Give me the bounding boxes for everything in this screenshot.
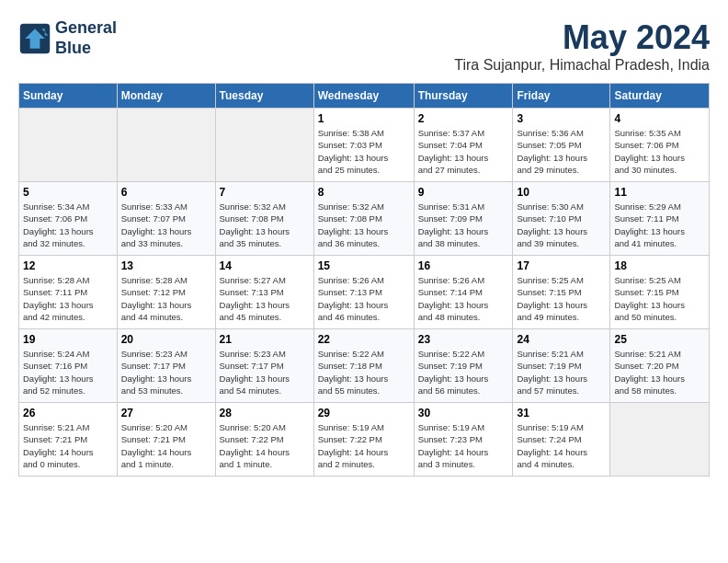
calendar-cell: 3Sunrise: 5:36 AM Sunset: 7:05 PM Daylig… [513,109,610,182]
logo-icon [18,22,51,55]
calendar-cell: 9Sunrise: 5:31 AM Sunset: 7:09 PM Daylig… [414,182,513,256]
day-info: Sunrise: 5:26 AM Sunset: 7:14 PM Dayligh… [418,274,509,323]
day-number: 7 [220,186,310,199]
day-number: 22 [318,333,410,346]
day-number: 28 [220,407,310,419]
calendar-cell: 28Sunrise: 5:20 AM Sunset: 7:22 PM Dayli… [215,403,313,477]
day-number: 25 [614,333,705,346]
calendar-cell: 13Sunrise: 5:28 AM Sunset: 7:12 PM Dayli… [117,256,215,329]
calendar-cell: 22Sunrise: 5:22 AM Sunset: 7:18 PM Dayli… [313,329,414,403]
day-number: 9 [418,186,509,199]
calendar-cell: 19Sunrise: 5:24 AM Sunset: 7:16 PM Dayli… [19,329,118,403]
calendar-cell: 5Sunrise: 5:34 AM Sunset: 7:06 PM Daylig… [19,182,118,256]
day-number: 29 [318,407,410,419]
calendar-cell: 16Sunrise: 5:26 AM Sunset: 7:14 PM Dayli… [414,256,513,329]
calendar-cell: 12Sunrise: 5:28 AM Sunset: 7:11 PM Dayli… [19,256,118,329]
day-number: 10 [517,186,606,199]
day-info: Sunrise: 5:21 AM Sunset: 7:19 PM Dayligh… [517,348,606,396]
day-number: 11 [614,186,705,199]
calendar-week-row: 19Sunrise: 5:24 AM Sunset: 7:16 PM Dayli… [19,329,710,403]
month-title: May 2024 [454,18,710,57]
title-area: May 2024 Tira Sujanpur, Himachal Pradesh… [454,18,710,74]
weekday-header: Monday [117,84,215,109]
day-info: Sunrise: 5:19 AM Sunset: 7:24 PM Dayligh… [517,421,606,470]
day-info: Sunrise: 5:20 AM Sunset: 7:21 PM Dayligh… [121,421,211,470]
calendar-cell: 23Sunrise: 5:22 AM Sunset: 7:19 PM Dayli… [414,329,513,403]
weekday-header: Friday [513,84,610,109]
calendar-cell: 10Sunrise: 5:30 AM Sunset: 7:10 PM Dayli… [513,182,610,256]
day-number: 30 [418,407,509,419]
logo-text: General Blue [55,18,117,58]
calendar-cell: 2Sunrise: 5:37 AM Sunset: 7:04 PM Daylig… [414,109,513,182]
day-info: Sunrise: 5:32 AM Sunset: 7:08 PM Dayligh… [318,201,410,249]
calendar-cell: 27Sunrise: 5:20 AM Sunset: 7:21 PM Dayli… [117,403,215,477]
calendar-cell: 11Sunrise: 5:29 AM Sunset: 7:11 PM Dayli… [610,182,710,256]
day-number: 6 [121,186,211,199]
day-number: 3 [517,112,606,125]
day-info: Sunrise: 5:21 AM Sunset: 7:21 PM Dayligh… [23,421,113,470]
day-info: Sunrise: 5:26 AM Sunset: 7:13 PM Dayligh… [318,274,410,323]
day-number: 31 [517,407,606,419]
calendar-body: 1Sunrise: 5:38 AM Sunset: 7:03 PM Daylig… [19,109,710,477]
day-info: Sunrise: 5:23 AM Sunset: 7:17 PM Dayligh… [121,348,211,396]
weekday-header: Saturday [610,84,710,109]
day-number: 19 [23,333,113,346]
day-number: 18 [614,259,705,272]
day-info: Sunrise: 5:19 AM Sunset: 7:22 PM Dayligh… [318,421,410,470]
day-number: 2 [418,112,509,125]
calendar-cell: 15Sunrise: 5:26 AM Sunset: 7:13 PM Dayli… [313,256,414,329]
weekday-header: Thursday [414,84,513,109]
day-info: Sunrise: 5:34 AM Sunset: 7:06 PM Dayligh… [23,201,113,249]
calendar-cell: 26Sunrise: 5:21 AM Sunset: 7:21 PM Dayli… [19,403,118,477]
calendar-cell: 18Sunrise: 5:25 AM Sunset: 7:15 PM Dayli… [610,256,710,329]
calendar-cell: 25Sunrise: 5:21 AM Sunset: 7:20 PM Dayli… [610,329,710,403]
location-title: Tira Sujanpur, Himachal Pradesh, India [454,57,710,74]
weekday-header: Tuesday [215,84,313,109]
day-info: Sunrise: 5:31 AM Sunset: 7:09 PM Dayligh… [418,201,509,249]
calendar-cell [610,403,710,477]
calendar-cell: 6Sunrise: 5:33 AM Sunset: 7:07 PM Daylig… [117,182,215,256]
calendar-week-row: 12Sunrise: 5:28 AM Sunset: 7:11 PM Dayli… [19,256,710,329]
calendar-cell: 29Sunrise: 5:19 AM Sunset: 7:22 PM Dayli… [313,403,414,477]
calendar-cell: 20Sunrise: 5:23 AM Sunset: 7:17 PM Dayli… [117,329,215,403]
calendar-cell: 24Sunrise: 5:21 AM Sunset: 7:19 PM Dayli… [513,329,610,403]
day-info: Sunrise: 5:29 AM Sunset: 7:11 PM Dayligh… [614,201,705,249]
calendar-week-row: 26Sunrise: 5:21 AM Sunset: 7:21 PM Dayli… [19,403,710,477]
calendar-week-row: 5Sunrise: 5:34 AM Sunset: 7:06 PM Daylig… [19,182,710,256]
calendar-cell: 30Sunrise: 5:19 AM Sunset: 7:23 PM Dayli… [414,403,513,477]
day-number: 14 [220,259,310,272]
day-number: 17 [517,259,606,272]
calendar-cell: 17Sunrise: 5:25 AM Sunset: 7:15 PM Dayli… [513,256,610,329]
day-number: 12 [23,259,113,272]
day-info: Sunrise: 5:28 AM Sunset: 7:12 PM Dayligh… [121,274,211,323]
day-info: Sunrise: 5:37 AM Sunset: 7:04 PM Dayligh… [418,127,509,176]
calendar-cell: 31Sunrise: 5:19 AM Sunset: 7:24 PM Dayli… [513,403,610,477]
day-info: Sunrise: 5:20 AM Sunset: 7:22 PM Dayligh… [220,421,310,470]
weekday-header: Wednesday [313,84,414,109]
day-number: 27 [121,407,211,419]
day-number: 23 [418,333,509,346]
day-number: 13 [121,259,211,272]
calendar-cell: 8Sunrise: 5:32 AM Sunset: 7:08 PM Daylig… [313,182,414,256]
calendar-table: SundayMondayTuesdayWednesdayThursdayFrid… [18,83,710,477]
day-info: Sunrise: 5:38 AM Sunset: 7:03 PM Dayligh… [318,127,410,176]
calendar-week-row: 1Sunrise: 5:38 AM Sunset: 7:03 PM Daylig… [19,109,710,182]
day-info: Sunrise: 5:28 AM Sunset: 7:11 PM Dayligh… [23,274,113,323]
day-info: Sunrise: 5:33 AM Sunset: 7:07 PM Dayligh… [121,201,211,249]
day-info: Sunrise: 5:32 AM Sunset: 7:08 PM Dayligh… [220,201,310,249]
day-number: 16 [418,259,509,272]
day-info: Sunrise: 5:25 AM Sunset: 7:15 PM Dayligh… [614,274,705,323]
day-number: 1 [318,112,410,125]
day-number: 4 [614,112,705,125]
day-info: Sunrise: 5:21 AM Sunset: 7:20 PM Dayligh… [614,348,705,396]
day-number: 24 [517,333,606,346]
day-number: 26 [23,407,113,419]
calendar-cell [19,109,118,182]
day-info: Sunrise: 5:24 AM Sunset: 7:16 PM Dayligh… [23,348,113,396]
day-number: 5 [23,186,113,199]
day-number: 21 [220,333,310,346]
day-info: Sunrise: 5:22 AM Sunset: 7:18 PM Dayligh… [318,348,410,396]
calendar-cell: 14Sunrise: 5:27 AM Sunset: 7:13 PM Dayli… [215,256,313,329]
calendar-cell [117,109,215,182]
day-info: Sunrise: 5:25 AM Sunset: 7:15 PM Dayligh… [517,274,606,323]
